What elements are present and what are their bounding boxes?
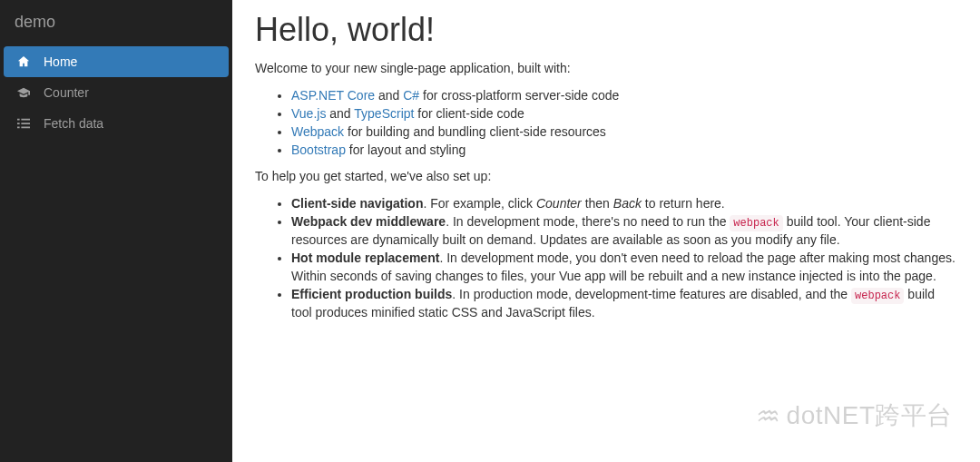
watermark: ♒︎ dotNET跨平台	[756, 398, 953, 433]
sidebar-item-label: Counter	[44, 85, 89, 100]
sidebar-item-fetch-data[interactable]: Fetch data	[4, 108, 229, 139]
list-item: Hot module replacement. In development m…	[291, 250, 957, 286]
list-item: Vue.js and TypeScript for client-side co…	[291, 105, 957, 123]
page-title: Hello, world!	[255, 11, 957, 49]
wechat-icon: ♒︎	[756, 400, 781, 432]
list-item: Webpack for building and bundling client…	[291, 123, 957, 142]
link-webpack[interactable]: Webpack	[291, 124, 344, 139]
code-webpack: webpack	[851, 288, 904, 304]
main-content: Hello, world! Welcome to your new single…	[232, 0, 980, 462]
sidebar-item-home[interactable]: Home	[4, 46, 229, 77]
brand: demo	[0, 0, 232, 43]
link-bootstrap[interactable]: Bootstrap	[291, 143, 346, 157]
sidebar-item-counter[interactable]: Counter	[4, 77, 229, 108]
link-vuejs[interactable]: Vue.js	[291, 106, 326, 121]
code-webpack: webpack	[730, 215, 782, 231]
list-item: Client-side navigation. For example, cli…	[291, 195, 957, 213]
nav: Home Counter Fetch data	[0, 43, 232, 139]
sidebar: demo Home Counter Fetch data	[0, 0, 232, 462]
list-item: ASP.NET Core and C# for cross-platform s…	[291, 87, 957, 105]
list-item: Efficient production builds. In producti…	[291, 286, 957, 322]
sidebar-item-label: Fetch data	[44, 116, 103, 131]
graduation-cap-icon	[16, 86, 31, 99]
feature-list: Client-side navigation. For example, cli…	[255, 195, 957, 321]
sidebar-item-label: Home	[44, 54, 77, 69]
intro-text: Welcome to your new single-page applicat…	[255, 60, 957, 78]
link-csharp[interactable]: C#	[403, 88, 419, 103]
setup-intro: To help you get started, we've also set …	[255, 168, 957, 186]
link-typescript[interactable]: TypeScript	[354, 106, 414, 121]
list-item: Webpack dev middleware. In development m…	[291, 213, 957, 250]
tech-list: ASP.NET Core and C# for cross-platform s…	[255, 87, 957, 160]
home-icon	[16, 55, 31, 68]
link-aspnet[interactable]: ASP.NET Core	[291, 88, 375, 103]
list-item: Bootstrap for layout and styling	[291, 142, 957, 160]
list-icon	[16, 117, 31, 130]
